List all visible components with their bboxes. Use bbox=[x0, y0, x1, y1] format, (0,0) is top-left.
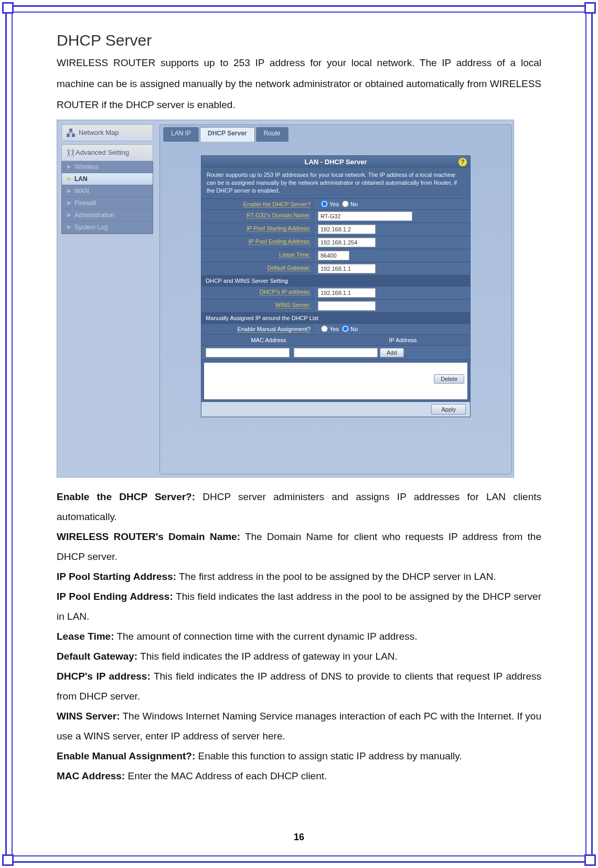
add-button[interactable]: Add bbox=[380, 348, 404, 357]
ip-input[interactable] bbox=[294, 348, 378, 357]
sidebar-item-label: LAN bbox=[74, 175, 88, 183]
svg-marker-6 bbox=[67, 177, 71, 181]
triangle-icon bbox=[67, 189, 71, 193]
sidebar-item-label: System Log bbox=[74, 224, 108, 231]
col-mac: MAC Address bbox=[201, 335, 336, 345]
def-desc: Enter the MAC Address of each DHCP clien… bbox=[125, 770, 327, 781]
enable-yes-radio[interactable] bbox=[321, 200, 328, 207]
pool-end-input[interactable] bbox=[318, 238, 376, 247]
svg-point-3 bbox=[68, 150, 70, 152]
sidebar-item-administration[interactable]: Administration bbox=[62, 209, 153, 221]
svg-marker-7 bbox=[67, 189, 71, 193]
radio-label: No bbox=[350, 326, 358, 332]
field-label: IP Pool Starting Address: bbox=[247, 225, 311, 232]
svg-point-4 bbox=[72, 150, 74, 152]
def-term: Enable Manual Assignment?: bbox=[57, 750, 195, 761]
apply-button[interactable]: Apply bbox=[431, 404, 466, 415]
help-icon[interactable]: ? bbox=[458, 158, 467, 166]
def-term: MAC Address: bbox=[57, 770, 125, 781]
delete-button[interactable]: Delete bbox=[434, 374, 464, 384]
def-desc: The amount of connection time with the c… bbox=[114, 631, 417, 642]
triangle-icon bbox=[67, 177, 71, 181]
svg-marker-10 bbox=[67, 225, 71, 229]
sidebar-label: Advanced Setting bbox=[76, 149, 129, 156]
def-term: WINS Server: bbox=[57, 711, 120, 722]
manual-yes-radio[interactable] bbox=[321, 325, 328, 332]
sidebar-advanced[interactable]: Advanced Setting bbox=[61, 144, 153, 161]
dhcp-ip-input[interactable] bbox=[318, 288, 376, 298]
sidebar-item-systemlog[interactable]: System Log bbox=[62, 221, 153, 234]
def-desc: Enable this function to assign static IP… bbox=[195, 750, 462, 761]
radio-label: Yes bbox=[329, 326, 339, 332]
gateway-input[interactable] bbox=[318, 264, 376, 273]
svg-marker-8 bbox=[67, 201, 71, 205]
def-term: IP Pool Ending Address: bbox=[57, 591, 173, 602]
def-term: IP Pool Starting Address: bbox=[57, 571, 176, 582]
sidebar-item-firewall[interactable]: Firewall bbox=[62, 197, 153, 209]
triangle-icon bbox=[67, 165, 71, 169]
field-label: DHCP's IP address: bbox=[260, 289, 311, 295]
field-label: IP Pool Ending Address: bbox=[249, 238, 311, 245]
definitions: Enable the DHCP Server?: DHCP server adm… bbox=[57, 487, 541, 786]
network-icon bbox=[66, 128, 76, 137]
tab-dhcp[interactable]: DHCP Server bbox=[200, 127, 254, 142]
def-term: Default Gateway: bbox=[57, 651, 137, 662]
triangle-icon bbox=[67, 225, 71, 229]
svg-rect-2 bbox=[72, 134, 75, 137]
field-label: Enable the DHCP Server? bbox=[243, 201, 311, 208]
page-title: DHCP Server bbox=[57, 31, 541, 49]
wins-input[interactable] bbox=[318, 301, 376, 311]
field-label: RT-G32's Domain Name: bbox=[247, 212, 311, 219]
triangle-icon bbox=[67, 213, 71, 217]
sidebar-label: Network Map bbox=[79, 129, 119, 136]
field-label: Lease Time: bbox=[279, 251, 311, 258]
field-label: Enable Manual Assignment? bbox=[238, 326, 311, 333]
svg-marker-9 bbox=[67, 213, 71, 217]
sidebar-item-label: Administration bbox=[74, 211, 114, 219]
intro-text: WIRELESS ROUTER supports up to 253 IP ad… bbox=[57, 52, 541, 115]
sidebar-item-label: WAN bbox=[74, 187, 89, 195]
manual-list: Delete bbox=[204, 362, 468, 400]
domain-input[interactable] bbox=[318, 211, 412, 221]
sidebar-item-label: Wireless bbox=[74, 163, 99, 171]
manual-no-radio[interactable] bbox=[342, 325, 349, 332]
def-desc: This field indicates the IP address of g… bbox=[137, 651, 398, 662]
section-manual: Manually Assigned IP around the DHCP Lis… bbox=[201, 313, 470, 324]
svg-rect-1 bbox=[67, 134, 70, 137]
tab-lanip[interactable]: LAN IP bbox=[163, 127, 199, 142]
sidebar-item-wan[interactable]: WAN bbox=[62, 185, 153, 197]
sidebar-item-label: Firewall bbox=[74, 199, 96, 207]
panel-description: Router supports up to 253 IP addresses f… bbox=[201, 168, 470, 199]
def-term: Enable the DHCP Server?: bbox=[57, 491, 195, 502]
mac-input[interactable] bbox=[206, 348, 290, 357]
col-ip: IP Address bbox=[336, 335, 470, 345]
svg-marker-5 bbox=[67, 165, 71, 169]
radio-label: Yes bbox=[329, 201, 339, 207]
settings-icon bbox=[66, 148, 76, 157]
def-term: WIRELESS ROUTER's Domain Name: bbox=[57, 531, 240, 542]
tab-route[interactable]: Route bbox=[256, 127, 289, 142]
router-ui-screenshot: Network Map Advanced Setting Wireless LA… bbox=[57, 120, 514, 478]
def-desc: The Windows Internet Naming Service mana… bbox=[57, 711, 541, 742]
triangle-icon bbox=[67, 201, 71, 205]
def-desc: The first address in the pool to be assi… bbox=[176, 571, 496, 582]
sidebar-network-map[interactable]: Network Map bbox=[61, 124, 153, 141]
panel-title: LAN - DHCP Server bbox=[201, 156, 470, 168]
page-number: 16 bbox=[0, 832, 598, 843]
enable-no-radio[interactable] bbox=[342, 200, 349, 207]
sidebar-item-lan[interactable]: LAN bbox=[62, 173, 153, 185]
radio-label: No bbox=[350, 201, 358, 207]
lease-input[interactable] bbox=[318, 251, 349, 260]
svg-rect-0 bbox=[69, 129, 72, 132]
def-term: DHCP's IP address: bbox=[57, 671, 151, 682]
pool-start-input[interactable] bbox=[318, 225, 376, 234]
sidebar-item-wireless[interactable]: Wireless bbox=[62, 161, 153, 173]
field-label: WINS Server: bbox=[275, 302, 311, 309]
field-label: Default Gatewar: bbox=[267, 264, 311, 271]
section-dhcp-wins: DHCP and WINS Server Setting bbox=[201, 276, 470, 287]
def-term: Lease Time: bbox=[57, 631, 114, 642]
